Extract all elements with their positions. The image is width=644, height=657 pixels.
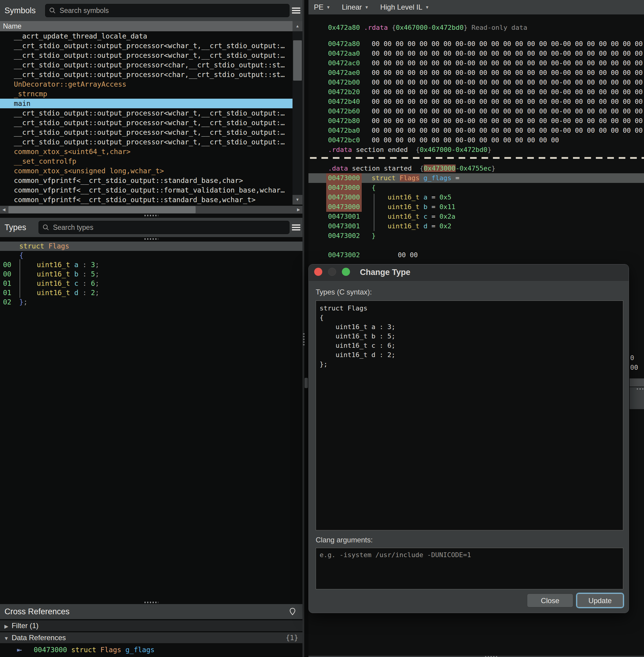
linear-line[interactable]: 0x472a80 .rdata {0x467000-0x472bd0} Read… <box>328 23 527 32</box>
code-token: Flags <box>400 174 419 182</box>
background-hex-fragment: 0 00 <box>630 353 644 363</box>
code-token: = <box>452 174 460 182</box>
code-token: } <box>19 298 23 306</box>
code-token: b <box>423 203 427 211</box>
linear-address: 00473002 <box>326 231 362 241</box>
clang-arguments-input[interactable] <box>316 548 623 562</box>
code-token <box>67 646 71 654</box>
linear-address: 00473000 <box>326 202 362 212</box>
code-token: uint16_t <box>37 289 70 297</box>
types-syntax-editor[interactable]: struct Flags { uint16_t a : 3; uint16_t … <box>316 301 623 530</box>
code-token: uint16_t <box>37 270 70 278</box>
code-token <box>419 193 423 201</box>
linear-line[interactable]: 00473000uint16_t a = 0x5 <box>328 192 362 202</box>
linear-line-text: { <box>372 183 375 192</box>
struct-offset: 00 <box>3 269 12 279</box>
linear-line[interactable]: .rdata section ended {0x467000-0x472bd0} <box>328 145 491 155</box>
dialog-titlebar[interactable]: Change Type <box>309 264 629 281</box>
linear-line[interactable]: 00473000uint16_t b = 0x11 <box>328 202 362 212</box>
types-syntax-text: struct Flags { uint16_t a : 3; uint16_t … <box>316 301 623 372</box>
code-token: { <box>416 146 419 154</box>
background-panel-edge <box>629 387 644 409</box>
zoom-window-icon[interactable] <box>342 268 350 276</box>
menu-item-pe[interactable]: PE▼ <box>314 3 330 11</box>
close-window-icon[interactable] <box>314 268 322 276</box>
code-token: g_flags <box>423 174 452 182</box>
code-token: : <box>78 279 91 287</box>
collapsed-triangle-icon[interactable]: ▶ <box>3 621 9 632</box>
change-type-dialog: Change Type Types (C syntax): struct Fla… <box>308 264 629 613</box>
xrefs-panel-header: Cross References <box>0 604 302 619</box>
code-token <box>419 222 423 230</box>
update-button[interactable]: Update <box>577 593 623 607</box>
menu-item-linear[interactable]: Linear▼ <box>342 3 369 11</box>
pin-icon[interactable] <box>288 607 297 616</box>
struct-brace-guide <box>20 259 20 298</box>
struct-offset: 00 <box>3 260 12 269</box>
code-token <box>360 24 364 31</box>
types-line[interactable]: 02}; <box>0 298 302 307</box>
linear-line-text: uint16_t c = 0x2a <box>388 212 455 221</box>
vertical-splitter[interactable] <box>302 0 304 657</box>
code-token: } <box>487 146 491 154</box>
splitter-handle[interactable] <box>144 602 158 603</box>
menu-item-label: Linear <box>342 3 362 11</box>
close-button[interactable]: Close <box>527 593 573 607</box>
code-token: .rdata <box>364 24 388 31</box>
chevron-down-icon: ▼ <box>326 5 330 9</box>
types-line[interactable]: 01uint16_t d : 2; <box>0 288 302 298</box>
code-token: 6 <box>91 279 95 287</box>
code-token <box>121 646 125 654</box>
linear-line-text: .rdata section ended {0x467000-0x472bd0} <box>328 146 491 154</box>
view-options-bar: PE▼Linear▼High Level IL▼ <box>308 0 644 15</box>
code-token: 2 <box>91 289 95 297</box>
code-token <box>419 213 423 220</box>
incoming-reference-icon: ⇤ <box>17 644 22 655</box>
minimize-window-icon[interactable] <box>328 268 336 276</box>
types-line[interactable]: 00uint16_t a : 3; <box>0 260 302 269</box>
linear-address: 00473002 <box>326 250 362 260</box>
expanded-triangle-icon[interactable]: ▼ <box>3 633 9 644</box>
code-token: uint16_t <box>388 213 419 220</box>
types-line[interactable]: 00uint16_t b : 5; <box>0 269 302 279</box>
linear-line-text: .data section started {0x473000-0x4755ec… <box>328 165 495 172</box>
linear-address: 00473000 <box>326 183 362 192</box>
menu-item-high-level-il[interactable]: High Level IL▼ <box>380 3 429 11</box>
code-token: : <box>78 270 91 278</box>
code-token: uint16_t <box>388 193 419 201</box>
types-line[interactable]: 01uint16_t c : 6; <box>0 279 302 288</box>
code-token: { <box>420 165 424 172</box>
code-token <box>96 646 100 654</box>
types-line[interactable]: { <box>0 251 302 260</box>
code-token: struct <box>372 174 395 182</box>
xrefs-filter-label: Filter (1) <box>12 621 39 630</box>
splitter-handle[interactable] <box>637 389 644 390</box>
code-token: = <box>427 222 439 230</box>
linear-line[interactable]: 0047300200 00 <box>328 250 362 260</box>
data-references-label: Data References <box>12 634 66 642</box>
linear-line[interactable]: 00473002} <box>328 231 362 241</box>
linear-line[interactable]: 00473000struct Flags g_flags = <box>328 173 362 183</box>
linear-line-text: uint16_t b = 0x11 <box>388 202 455 212</box>
linear-line-text: 0x472a80 .rdata {0x467000-0x472bd0} Read… <box>328 24 527 31</box>
linear-line[interactable]: 00473000{ <box>328 183 362 192</box>
xref-item-row[interactable]: ⇤ 00473000 struct Flags g_flags <box>0 644 302 655</box>
code-token: { <box>392 24 396 31</box>
linear-line[interactable]: 00473001uint16_t c = 0x2a <box>328 212 362 221</box>
types-line[interactable]: struct Flags <box>0 241 302 251</box>
code-token: Flags <box>100 646 121 654</box>
clang-arguments-field[interactable] <box>316 548 623 589</box>
bottom-panel-edge <box>308 656 644 657</box>
background-panel-edge <box>629 378 644 386</box>
data-references-group-row[interactable]: ▼ Data References {1} <box>0 632 302 643</box>
splitter-scrollbar-thumb[interactable] <box>304 378 308 388</box>
code-token: Flags <box>48 242 69 250</box>
code-token: c <box>74 279 78 287</box>
linear-line[interactable]: .data section started {0x473000-0x4755ec… <box>328 164 495 173</box>
code-token <box>70 279 74 287</box>
splitter-grip[interactable] <box>303 333 304 345</box>
xrefs-filter-row[interactable]: ▶ Filter (1) <box>0 620 302 631</box>
types-syntax-label: Types (C syntax): <box>316 288 372 296</box>
code-token: uint16_t <box>37 261 70 268</box>
linear-line[interactable]: 00473001uint16_t d = 0x2 <box>328 221 362 231</box>
